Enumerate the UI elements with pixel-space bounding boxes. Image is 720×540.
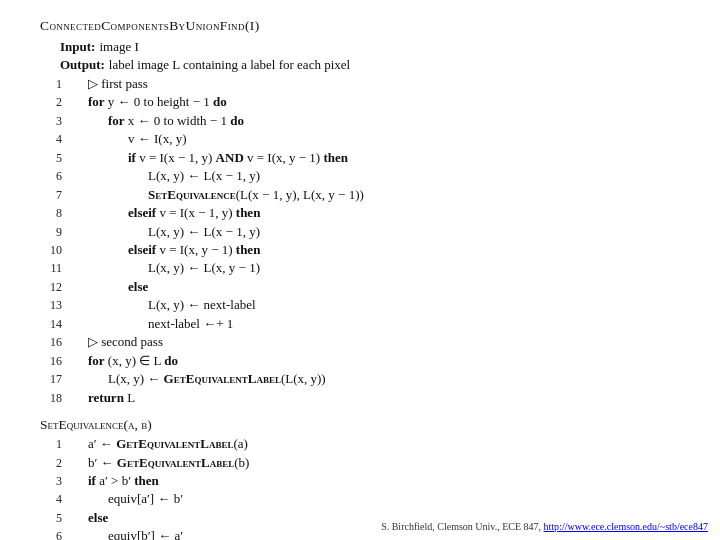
line-item: 3for x ← 0 to width − 1 do xyxy=(40,112,690,130)
line-number: 6 xyxy=(40,168,62,185)
line-item: 8elseif v = I(x − 1, y) then xyxy=(40,204,690,222)
line-item: 3if a′ > b′ then xyxy=(40,472,690,490)
input-output-block: Input: image I Output: label image L con… xyxy=(40,38,690,75)
line-text: equiv[a′] ← b′ xyxy=(108,490,183,508)
line-text: SetEquivalence(L(x − 1, y), L(x, y − 1)) xyxy=(148,186,364,204)
line-number: 1 xyxy=(40,76,62,93)
page-content: ConnectedComponentsByUnionFind(I) Input:… xyxy=(0,0,720,540)
line-item: 1▷ first pass xyxy=(40,75,690,93)
line-item: 16for (x, y) ∈ L do xyxy=(40,352,690,370)
output-label: Output: xyxy=(60,56,105,74)
line-number: 8 xyxy=(40,205,62,222)
line-item: 9L(x, y) ← L(x − 1, y) xyxy=(40,223,690,241)
line-text: L(x, y) ← L(x, y − 1) xyxy=(148,259,260,277)
line-item: 13L(x, y) ← next-label xyxy=(40,296,690,314)
line-item: 7SetEquivalence(L(x − 1, y), L(x, y − 1)… xyxy=(40,186,690,204)
line-item: 14next-label ←+ 1 xyxy=(40,315,690,333)
line-text: elseif v = I(x, y − 1) then xyxy=(128,241,260,259)
line-number: 17 xyxy=(40,371,62,388)
line-text: L(x, y) ← next-label xyxy=(148,296,256,314)
line-text: for y ← 0 to height − 1 do xyxy=(88,93,227,111)
line-text: L(x, y) ← GetEquivalentLabel(L(x, y)) xyxy=(108,370,326,388)
output-line: Output: label image L containing a label… xyxy=(40,56,690,74)
line-number: 5 xyxy=(40,510,62,527)
line-text: for x ← 0 to width − 1 do xyxy=(108,112,244,130)
line-item: 17L(x, y) ← GetEquivalentLabel(L(x, y)) xyxy=(40,370,690,388)
line-item: 12else xyxy=(40,278,690,296)
line-number: 16 xyxy=(40,334,62,351)
line-text: ▷ second pass xyxy=(88,333,163,351)
line-number: 2 xyxy=(40,94,62,111)
line-number: 11 xyxy=(40,260,62,277)
line-item: 6L(x, y) ← L(x − 1, y) xyxy=(40,167,690,185)
line-item: 2b′ ← GetEquivalentLabel(b) xyxy=(40,454,690,472)
line-item: 2for y ← 0 to height − 1 do xyxy=(40,93,690,111)
set-equiv-title: SetEquivalence(a, b) xyxy=(40,417,690,433)
line-number: 3 xyxy=(40,473,62,490)
input-line: Input: image I xyxy=(40,38,690,56)
line-number: 10 xyxy=(40,242,62,259)
line-number: 7 xyxy=(40,187,62,204)
line-text: else xyxy=(128,278,148,296)
line-number: 14 xyxy=(40,316,62,333)
line-text: L(x, y) ← L(x − 1, y) xyxy=(148,223,260,241)
output-value: label image L containing a label for eac… xyxy=(109,56,350,74)
footer: S. Birchfield, Clemson Univ., ECE 847, h… xyxy=(381,521,708,532)
line-number: 12 xyxy=(40,279,62,296)
footer-text: S. Birchfield, Clemson Univ., ECE 847, xyxy=(381,521,541,532)
line-item: 18return L xyxy=(40,389,690,407)
line-item: 16▷ second pass xyxy=(40,333,690,351)
line-number: 1 xyxy=(40,436,62,453)
line-text: if a′ > b′ then xyxy=(88,472,159,490)
line-number: 2 xyxy=(40,455,62,472)
line-number: 18 xyxy=(40,390,62,407)
line-number: 13 xyxy=(40,297,62,314)
line-text: a′ ← GetEquivalentLabel(a) xyxy=(88,435,248,453)
line-item: 5if v = I(x − 1, y) AND v = I(x, y − 1) … xyxy=(40,149,690,167)
line-text: equiv[b′] ← a′ xyxy=(108,527,183,540)
input-value: image I xyxy=(99,38,138,56)
line-number: 9 xyxy=(40,224,62,241)
line-item: 1a′ ← GetEquivalentLabel(a) xyxy=(40,435,690,453)
line-text: for (x, y) ∈ L do xyxy=(88,352,178,370)
line-text: ▷ first pass xyxy=(88,75,148,93)
line-number: 4 xyxy=(40,491,62,508)
input-label: Input: xyxy=(60,38,95,56)
footer-link[interactable]: http://www.ece.clemson.edu/~stb/ece847 xyxy=(544,521,708,532)
main-title: ConnectedComponentsByUnionFind(I) xyxy=(40,18,690,34)
line-text: b′ ← GetEquivalentLabel(b) xyxy=(88,454,249,472)
line-text: L(x, y) ← L(x − 1, y) xyxy=(148,167,260,185)
line-item: 11L(x, y) ← L(x, y − 1) xyxy=(40,259,690,277)
line-text: return L xyxy=(88,389,135,407)
line-text: elseif v = I(x − 1, y) then xyxy=(128,204,260,222)
line-text: else xyxy=(88,509,108,527)
line-text: v ← I(x, y) xyxy=(128,130,187,148)
line-item: 4equiv[a′] ← b′ xyxy=(40,490,690,508)
line-number: 16 xyxy=(40,353,62,370)
line-number: 3 xyxy=(40,113,62,130)
line-item: 4v ← I(x, y) xyxy=(40,130,690,148)
line-text: next-label ←+ 1 xyxy=(148,315,233,333)
line-text: if v = I(x − 1, y) AND v = I(x, y − 1) t… xyxy=(128,149,348,167)
line-item: 10elseif v = I(x, y − 1) then xyxy=(40,241,690,259)
title-text: ConnectedComponentsByUnionFind(I) xyxy=(40,18,260,33)
line-number: 5 xyxy=(40,150,62,167)
line-number: 6 xyxy=(40,528,62,540)
line-number: 4 xyxy=(40,131,62,148)
main-algo-block: 1▷ first pass2for y ← 0 to height − 1 do… xyxy=(40,75,690,407)
